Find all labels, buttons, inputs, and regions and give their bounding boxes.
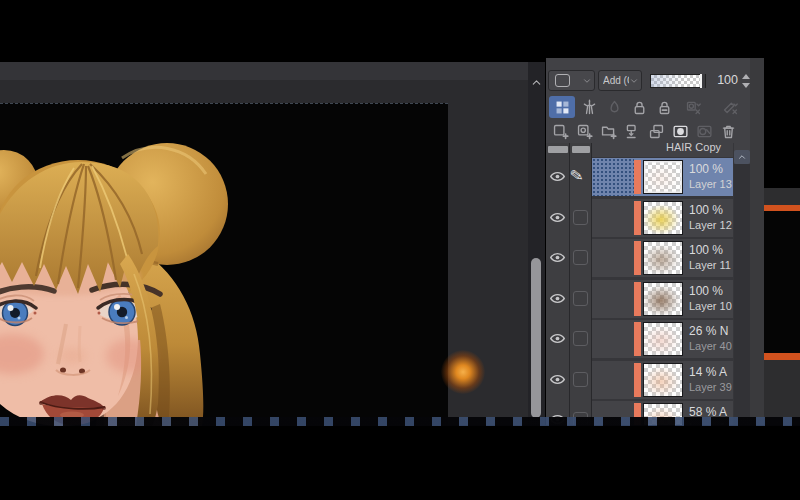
layer-visibility-eye-icon[interactable] [549,209,566,226]
layer-visibility-eye-icon[interactable] [549,168,566,185]
scrolled-layer-row[interactable]: HAIR Copy [592,143,733,157]
layer-thumbnail[interactable] [643,241,683,275]
layer-name-label: Layer 12 [689,219,732,231]
layer-opacity-label: 26 % N [689,324,728,338]
layer-name-label: Layer 11 [689,259,731,271]
layer-row[interactable]: 100 %Layer 11 [546,239,733,277]
scrollbar-thumb[interactable] [531,258,541,418]
layer-opacity-label: 14 % A [689,365,727,379]
layer-opacity-label: 100 % [689,203,723,217]
layer-row-body[interactable]: 100 %Layer 12 [592,199,733,237]
background-window-strip [764,188,800,205]
layer-row[interactable]: 26 % NLayer 40 [546,320,733,358]
layers-panel: Add (G 100 HAIR Copy ✎100 %Layer 13100 %… [546,58,764,425]
layer-row[interactable]: ✎100 %Layer 13 [546,158,733,196]
opacity-value: 100 [706,73,738,87]
layer-checkbox[interactable] [573,250,588,265]
layer-row-body[interactable]: 100 %Layer 10 [592,280,733,318]
new-layer-folder-icon[interactable] [597,121,619,143]
new-raster-layer-icon[interactable] [549,121,571,143]
editing-pencil-icon: ✎ [569,165,585,186]
glow-artifact [441,350,485,394]
transfer-to-lower-layer-icon[interactable] [621,121,643,143]
layer-row-body[interactable]: 14 % ALayer 39 [592,361,733,399]
layer-thumbnail[interactable] [643,201,683,235]
scrolled-layer-name: HAIR Copy [666,143,721,153]
layer-action-toolbar [549,120,739,143]
layer-list-scroll-up-button[interactable] [734,150,750,164]
draft-pin-icon[interactable] [603,96,625,118]
ruler-options-icon[interactable] [711,96,749,118]
layer-visibility-eye-icon[interactable] [549,371,566,388]
visibility-column-header[interactable] [548,146,568,153]
stepper-up-icon[interactable] [742,74,750,79]
layer-color-label [634,322,641,356]
enable-mask-icon[interactable] [678,96,708,118]
layer-row-body[interactable]: 100 %Layer 11 [592,239,733,277]
layer-visibility-eye-icon[interactable] [549,330,566,347]
delete-layer-icon[interactable] [717,121,739,143]
layer-row[interactable]: 100 %Layer 10 [546,280,733,318]
layer-thumbnail[interactable] [643,322,683,356]
scroll-up-icon[interactable] [530,75,543,91]
opacity-slider-cap [702,74,705,88]
reference-layer-icon[interactable] [578,96,600,118]
layer-visibility-eye-icon[interactable] [549,290,566,307]
selection-shape-dropdown[interactable] [548,70,595,91]
layer-color-label [634,282,641,316]
layer-mode-toolbar [549,95,749,119]
layer-color-label [634,363,641,397]
layer-color-label [634,201,641,235]
layer-checkbox[interactable] [573,372,588,387]
layer-name-label: Layer 40 [689,340,732,352]
canvas-scrollbar[interactable] [528,62,545,425]
pasteboard-top-strip [0,62,528,80]
clip-at-layer-mask-icon[interactable] [549,96,575,118]
app-window: Add (G 100 HAIR Copy ✎100 %Layer 13100 %… [0,0,800,500]
background-window-black [764,211,800,353]
layer-visibility-eye-icon[interactable] [549,249,566,266]
layer-checkbox[interactable] [573,291,588,306]
stepper-down-icon[interactable] [742,83,750,88]
layer-name-label: Layer 39 [689,381,732,393]
layer-name-label: Layer 13 [689,178,732,190]
canvas-viewport[interactable] [0,103,448,425]
lock-transparent-pixels-icon[interactable] [653,96,675,118]
background-window-strip [764,360,800,425]
layer-row-body[interactable]: 26 % NLayer 40 [592,320,733,358]
layer-row-body[interactable]: 100 %Layer 13 [592,158,733,196]
layer-thumbnail[interactable] [643,160,683,194]
combine-to-lower-layer-icon[interactable] [645,121,667,143]
create-layer-mask-icon[interactable] [669,121,691,143]
selection-texture [592,158,634,196]
layer-name-label: Layer 10 [689,300,732,312]
opacity-stepper[interactable] [742,73,752,89]
chevron-down-icon [629,76,639,86]
layer-color-label [634,241,641,275]
layer-color-label [634,160,641,194]
layer-opacity-label: 100 % [689,284,723,298]
chevron-down-icon [582,76,592,86]
panel-right-gutter [750,58,764,425]
orange-divider-bottom [764,353,800,360]
new-layer-dialog-icon[interactable] [573,121,595,143]
layer-opacity-label: 100 % [689,162,723,176]
blend-mode-dropdown[interactable]: Add (G [598,70,642,91]
layer-row[interactable]: 14 % ALayer 39 [546,361,733,399]
checkbox-column-header[interactable] [572,146,590,153]
layer-row[interactable]: 100 %Layer 12 [546,199,733,237]
layer-thumbnail[interactable] [643,282,683,316]
apply-mask-icon[interactable] [693,121,715,143]
canvas-artwork [0,104,448,426]
layer-checkbox[interactable] [573,331,588,346]
layer-opacity-label: 100 % [689,243,723,257]
lock-layer-icon[interactable] [628,96,650,118]
blend-mode-value: Add (G [603,75,629,86]
opacity-slider[interactable] [650,74,706,88]
layer-thumbnail[interactable] [643,363,683,397]
layer-property-toolbar: Add (G 100 [546,70,764,92]
bottom-black-bar [0,426,800,500]
layer-checkbox[interactable] [573,210,588,225]
rounded-square-icon [555,74,570,87]
layer-list-scrollbar[interactable] [734,164,750,425]
